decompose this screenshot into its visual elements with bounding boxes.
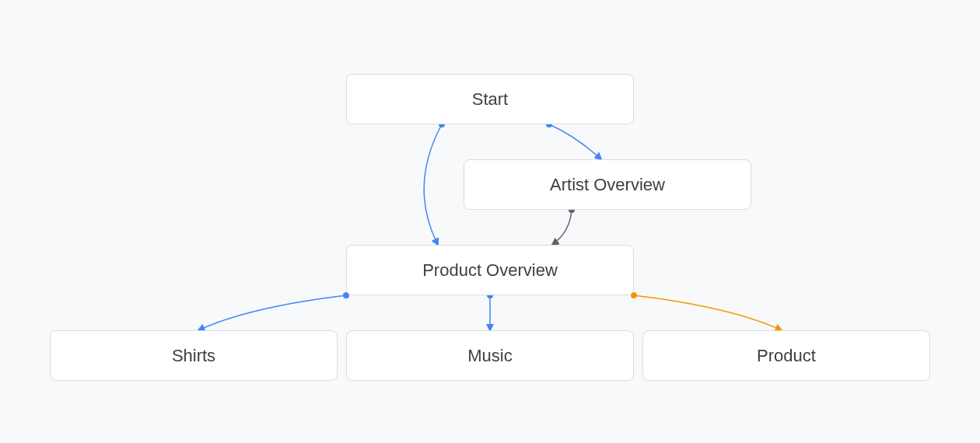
edge-artist-to-product-overview [552,210,572,245]
node-artist-overview[interactable]: Artist Overview [464,159,751,210]
node-label: Music [467,346,512,366]
edge-start-to-product-overview [424,124,442,245]
node-shirts[interactable]: Shirts [50,330,338,381]
edge-product-overview-to-shirts [198,295,346,330]
node-label: Product [757,346,816,366]
edge-start-to-artist [549,124,601,159]
node-label: Artist Overview [550,175,665,195]
node-start[interactable]: Start [346,74,634,124]
node-product-overview[interactable]: Product Overview [346,245,634,295]
node-music[interactable]: Music [346,330,634,381]
node-product[interactable]: Product [642,330,930,381]
node-label: Product Overview [422,260,558,281]
edge-product-overview-to-product [634,295,782,330]
node-label: Shirts [172,346,215,366]
node-label: Start [472,89,508,110]
